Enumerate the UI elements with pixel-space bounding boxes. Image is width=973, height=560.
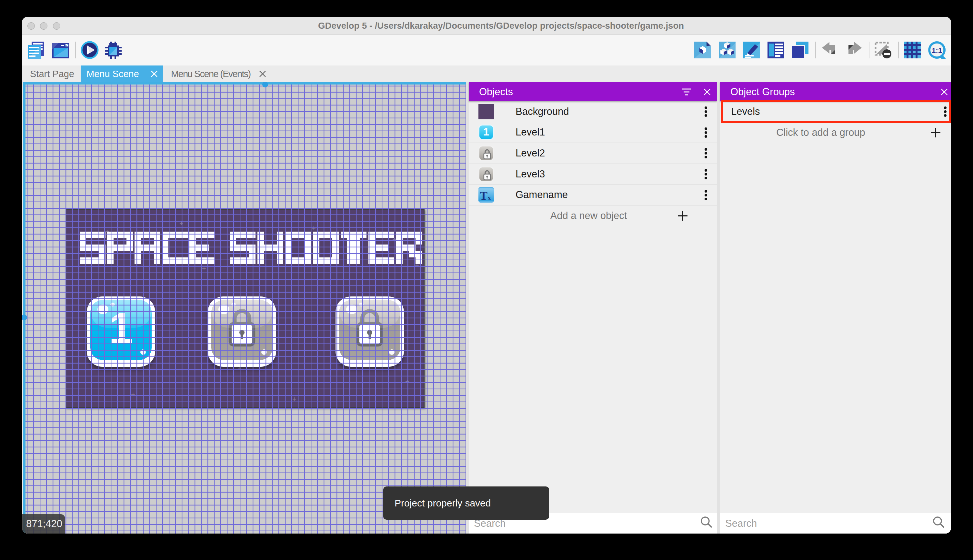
- svg-text:1:1: 1:1: [932, 47, 942, 55]
